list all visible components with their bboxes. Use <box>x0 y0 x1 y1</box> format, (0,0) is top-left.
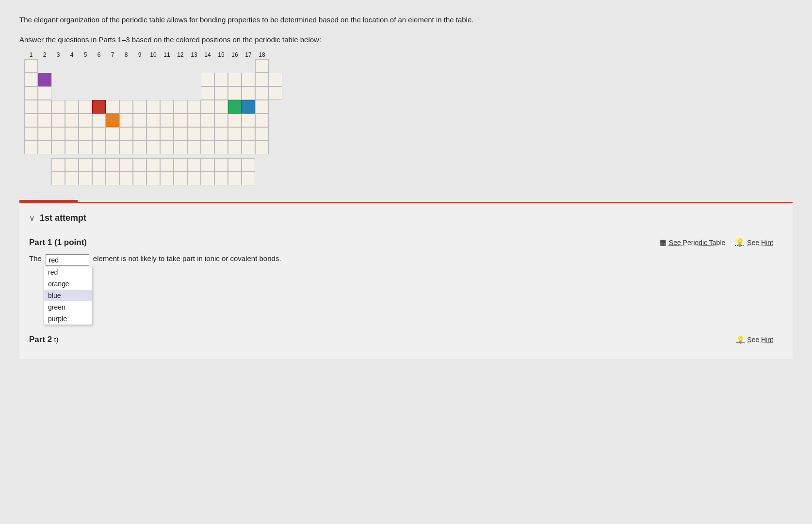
cell-1-18 <box>255 59 269 73</box>
part2-row: Part 2 t) 💡 See Hint <box>29 335 773 344</box>
page: The elegant organization of the periodic… <box>0 0 812 524</box>
cell-5-7-orange <box>106 114 119 127</box>
part2-title: Part 2 <box>29 335 52 344</box>
color-dropdown-wrapper[interactable]: red orange blue green purple <box>46 254 89 266</box>
question-prompt: Answer the questions in Parts 1–3 based … <box>19 35 793 44</box>
part1-section: Part 1 (1 point) ▦ See Periodic Table 💡 … <box>29 238 773 325</box>
pt-row-3 <box>24 86 793 100</box>
cell-3-13 <box>201 86 214 100</box>
cell-3-16 <box>242 86 255 100</box>
pt-row-7 <box>24 141 793 154</box>
see-hint-link-part1[interactable]: 💡 See Hint <box>735 238 773 247</box>
cell-2-1 <box>24 73 38 86</box>
hint-icon-part2: 💡 <box>736 336 745 344</box>
dropdown-option-blue[interactable]: blue <box>44 290 92 301</box>
cell-2-17 <box>255 73 269 86</box>
dropdown-option-red[interactable]: red <box>44 266 92 278</box>
cell-2-15 <box>228 73 242 86</box>
pt-row-1 <box>24 59 793 73</box>
intro-text: The elegant organization of the periodic… <box>19 15 601 26</box>
cell-2-13 <box>201 73 214 86</box>
cell-4-17-blue <box>242 100 255 114</box>
part2-title-area: Part 2 t) <box>29 335 59 344</box>
attempt-section: ∨ 1st attempt Part 1 (1 point) ▦ See Per… <box>19 202 793 359</box>
cell-2-18 <box>269 73 282 86</box>
see-hint-label-part2: See Hint <box>747 336 773 344</box>
part1-tools: ▦ See Periodic Table 💡 See Hint <box>659 238 773 247</box>
part2-suffix: t) <box>54 335 58 344</box>
cell-3-15 <box>228 86 242 100</box>
periodic-table-grid: 1 2 3 4 5 6 7 8 9 10 11 12 13 14 15 16 1 <box>19 51 793 185</box>
pt-row-2 <box>24 73 793 86</box>
dropdown-option-purple[interactable]: purple <box>44 313 92 325</box>
dropdown-option-orange[interactable]: orange <box>44 278 92 290</box>
cell-2-14 <box>214 73 228 86</box>
see-periodic-table-label: See Periodic Table <box>669 239 725 246</box>
cell-3-14 <box>214 86 228 100</box>
lanthanide-row <box>51 158 793 172</box>
pt-row-4 <box>24 100 793 114</box>
see-periodic-table-link[interactable]: ▦ See Periodic Table <box>659 238 725 247</box>
cell-3-18 <box>269 86 282 100</box>
cell-3-2 <box>38 86 51 100</box>
attempt-header: ∨ 1st attempt <box>29 213 773 223</box>
collapse-chevron[interactable]: ∨ <box>29 213 35 223</box>
part1-question-row: The red orange blue green purple element… <box>29 254 773 266</box>
pt-row-5 <box>24 114 793 127</box>
question-suffix: element is not likely to take part in io… <box>93 254 281 262</box>
see-hint-label-part1: See Hint <box>747 239 773 246</box>
cell-3-1 <box>24 86 38 100</box>
part1-title: Part 1 (1 point) <box>29 238 87 247</box>
color-dropdown[interactable]: red orange blue green purple <box>46 254 89 266</box>
cell-1-1 <box>24 59 38 73</box>
cell-2-2-purple <box>38 73 51 86</box>
cell-4-16-green <box>228 100 242 114</box>
part1-header-row: Part 1 (1 point) ▦ See Periodic Table 💡 … <box>29 238 773 247</box>
cell-2-16 <box>242 73 255 86</box>
periodic-table-icon: ▦ <box>659 238 666 247</box>
periodic-table-wrapper: 1 2 3 4 5 6 7 8 9 10 11 12 13 14 15 16 1 <box>19 50 793 185</box>
cell-3-17 <box>255 86 269 100</box>
pt-row-6 <box>24 127 793 141</box>
actinide-row <box>51 172 793 185</box>
dropdown-open-display: red orange blue green purple <box>44 266 773 325</box>
hint-icon-part1: 💡 <box>735 238 745 247</box>
question-prefix: The <box>29 254 42 262</box>
attempt-title: 1st attempt <box>40 213 86 223</box>
see-hint-link-part2[interactable]: 💡 See Hint <box>736 336 773 344</box>
pt-row-1: 1 2 3 4 5 6 7 8 9 10 11 12 13 14 15 16 1 <box>19 51 793 59</box>
dropdown-option-green[interactable]: green <box>44 301 92 313</box>
cell-4-6-red <box>92 100 106 114</box>
